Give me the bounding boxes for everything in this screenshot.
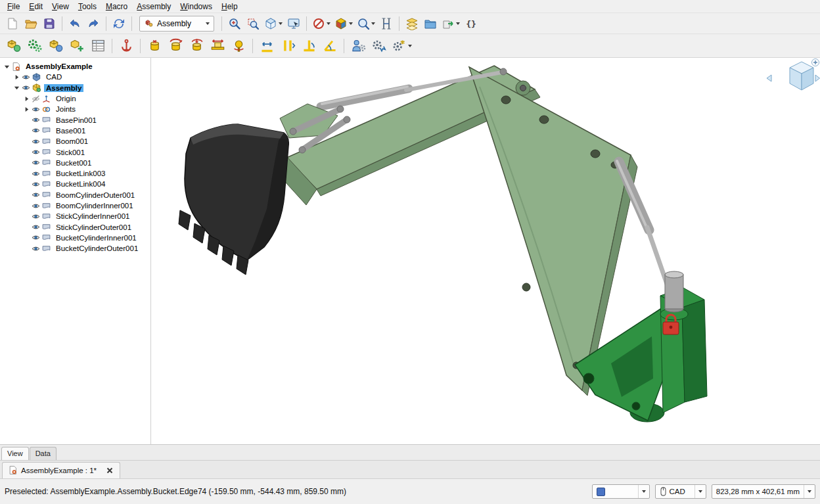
visibility-icon[interactable] [32,212,41,221]
open-file-button[interactable] [22,15,39,32]
visibility-off-icon[interactable] [32,95,41,103]
menu-edit[interactable]: Edit [24,1,47,12]
tree-item-stickcylinderinner001[interactable]: StickCylinderInner001 [0,211,150,221]
joint-cylindrical-button[interactable] [187,36,206,56]
visibility-icon[interactable] [22,83,31,92]
visibility-icon[interactable] [32,170,41,178]
joint-slider-button[interactable] [208,36,227,56]
redo-button[interactable] [85,15,102,32]
tree-item-label[interactable]: Base001 [54,127,87,135]
visibility-icon[interactable] [32,158,41,167]
tree-item-boomcylinderinner001[interactable]: BoomCylinderInner001 [0,200,150,211]
insert-link-button[interactable] [348,36,368,56]
joint-fixed-button[interactable] [145,36,164,56]
tree-item-label[interactable]: BucketCylinderInner001 [54,234,139,242]
menu-view[interactable]: View [47,1,74,12]
export-button[interactable] [440,15,461,32]
joint-angle-button[interactable] [320,36,340,56]
solve-assembly-button[interactable] [25,36,45,56]
bucket-part[interactable] [179,124,288,275]
new-part-button[interactable] [46,36,66,56]
menu-help[interactable]: Help [217,1,242,12]
toggle-grounded-button[interactable] [116,36,136,56]
tab-view[interactable]: View [1,447,29,460]
joint-ball-button[interactable] [229,36,248,56]
close-tab-icon[interactable] [106,467,114,474]
visibility-icon[interactable] [32,137,41,146]
tab-data[interactable]: Data [30,447,57,460]
refresh-button[interactable] [110,15,127,32]
tree-item-boom001[interactable]: Boom001 [0,136,150,147]
expander-right-icon[interactable] [12,74,20,80]
tree-item-bucketcylinderinner001[interactable]: BucketCylinderInner001 [0,233,150,243]
menu-macro[interactable]: Macro [101,1,132,12]
expander-down-icon[interactable] [3,64,11,70]
tree-item-label[interactable]: BoomCylinderInner001 [54,202,135,210]
joint-perpendicular-button[interactable] [299,36,319,56]
visibility-icon[interactable] [32,126,41,135]
tree-item-label[interactable]: AssemblyExample [24,62,95,70]
tree-item-label[interactable]: StickCylinderInner001 [54,212,132,220]
tree-item-boomcylinderouter001[interactable]: BoomCylinderOuter001 [0,190,150,200]
visibility-icon[interactable] [32,202,41,210]
bill-of-materials-button[interactable] [88,36,108,56]
joint-revolute-button[interactable] [166,36,185,56]
insert-component-button[interactable] [67,36,87,56]
menu-assembly[interactable]: Assembly [132,1,175,12]
draw-style-button[interactable] [311,15,332,32]
navigation-cube[interactable] [767,59,820,91]
visibility-icon[interactable] [32,191,41,199]
zoom-fit-button[interactable] [226,15,243,32]
visibility-icon[interactable] [32,105,41,114]
workbench-selector[interactable]: Assembly [139,16,214,32]
create-assembly-button[interactable] [4,36,24,56]
tree-item-bucketlink004[interactable]: BucketLink004 [0,179,150,189]
navcube-zoom-button[interactable] [812,59,819,66]
tree-item-cad[interactable]: CAD [0,72,150,82]
visibility-icon[interactable] [32,223,41,231]
dock-view-button[interactable] [285,15,302,32]
tree-item-assemblyexample[interactable]: AssemblyExample [0,61,150,72]
joint-parallel-button[interactable] [278,36,298,56]
measure-button[interactable] [378,15,395,32]
tree-item-origin[interactable]: Origin [0,93,150,104]
tree-item-label[interactable]: BucketLink004 [54,180,107,188]
navigation-style-combo[interactable]: CAD [655,484,706,499]
tree-item-label[interactable]: StickCylinderOuter001 [54,223,133,231]
zoom-tools-button[interactable] [355,15,376,32]
tree-item-label[interactable]: Bucket001 [54,159,93,167]
tree-item-bucketcylinderouter001[interactable]: BucketCylinderOuter001 [0,243,150,254]
tree-item-label[interactable]: BucketCylinderOuter001 [54,244,140,252]
tree-item-label[interactable]: BasePin001 [54,116,99,124]
tree-item-label[interactable]: Stick001 [54,149,87,156]
tree-item-label[interactable]: Origin [54,95,78,103]
tree-item-label[interactable]: Assembly [44,84,83,92]
dimensions-combo[interactable]: 823,28 mm x 402,61 mm [712,484,815,499]
preferences-button[interactable] [390,36,413,56]
view-axonometric-button[interactable] [263,15,284,32]
tree-item-label[interactable]: Joints [54,105,78,113]
tree-item-stickcylinderouter001[interactable]: StickCylinderOuter001 [0,221,150,232]
tree-item-label[interactable]: BucketLink003 [54,170,107,177]
3d-viewport[interactable] [151,58,820,444]
new-file-button[interactable] [4,15,21,32]
visibility-icon[interactable] [22,73,31,81]
menu-windows[interactable]: Windows [175,1,217,12]
menu-file[interactable]: File [3,1,24,12]
zoom-selection-button[interactable] [244,15,262,32]
tree-item-bucketlink003[interactable]: BucketLink003 [0,168,150,179]
tree-item-label[interactable]: BoomCylinderOuter001 [54,191,137,199]
tree-item-base001[interactable]: Base001 [0,126,150,136]
undo-button[interactable] [66,15,83,32]
expander-right-icon[interactable] [22,106,30,112]
3d-scene[interactable] [151,58,820,444]
tree-item-assembly[interactable]: Assembly [0,83,150,93]
appearance-button[interactable] [403,15,421,32]
visibility-icon[interactable] [32,233,41,242]
joint-distance-button[interactable] [257,36,277,56]
base-pin[interactable] [665,271,683,312]
visibility-icon[interactable] [32,180,41,189]
expander-down-icon[interactable] [12,85,20,91]
expression-button[interactable]: {} [463,15,480,32]
tree-item-bucket001[interactable]: Bucket001 [0,158,150,168]
